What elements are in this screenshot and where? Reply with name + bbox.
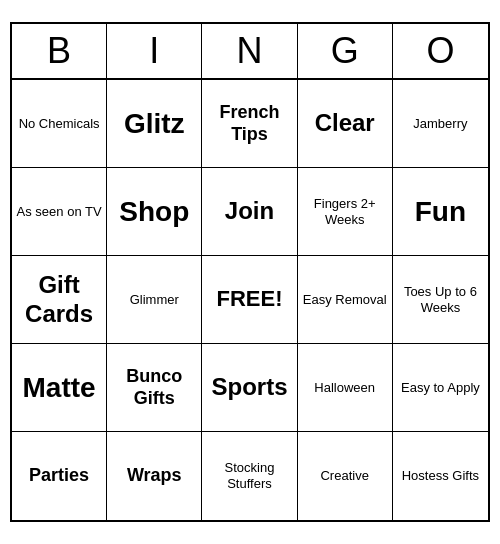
bingo-cell: Glitz xyxy=(107,80,202,168)
bingo-letter: B xyxy=(12,24,107,78)
bingo-cell: Hostess Gifts xyxy=(393,432,488,520)
bingo-cell: Clear xyxy=(298,80,393,168)
bingo-cell: Glimmer xyxy=(107,256,202,344)
bingo-cell: Toes Up to 6 Weeks xyxy=(393,256,488,344)
bingo-grid: No ChemicalsGlitzFrench TipsClearJamberr… xyxy=(12,80,488,520)
bingo-cell: Matte xyxy=(12,344,107,432)
bingo-cell: Join xyxy=(202,168,297,256)
bingo-cell: Sports xyxy=(202,344,297,432)
bingo-cell: Fingers 2+ Weeks xyxy=(298,168,393,256)
bingo-cell: Creative xyxy=(298,432,393,520)
bingo-cell: Gift Cards xyxy=(12,256,107,344)
bingo-cell: Halloween xyxy=(298,344,393,432)
bingo-cell: As seen on TV xyxy=(12,168,107,256)
bingo-cell: Wraps xyxy=(107,432,202,520)
bingo-cell: Stocking Stuffers xyxy=(202,432,297,520)
bingo-cell: No Chemicals xyxy=(12,80,107,168)
bingo-letter: G xyxy=(298,24,393,78)
bingo-cell: Fun xyxy=(393,168,488,256)
bingo-cell: Parties xyxy=(12,432,107,520)
bingo-letter: I xyxy=(107,24,202,78)
bingo-cell: Shop xyxy=(107,168,202,256)
bingo-cell: Easy to Apply xyxy=(393,344,488,432)
bingo-cell: Jamberry xyxy=(393,80,488,168)
bingo-letter: O xyxy=(393,24,488,78)
bingo-cell: FREE! xyxy=(202,256,297,344)
bingo-card: BINGO No ChemicalsGlitzFrench TipsClearJ… xyxy=(10,22,490,522)
bingo-cell: Easy Removal xyxy=(298,256,393,344)
bingo-cell: Bunco Gifts xyxy=(107,344,202,432)
bingo-header: BINGO xyxy=(12,24,488,80)
bingo-cell: French Tips xyxy=(202,80,297,168)
bingo-letter: N xyxy=(202,24,297,78)
